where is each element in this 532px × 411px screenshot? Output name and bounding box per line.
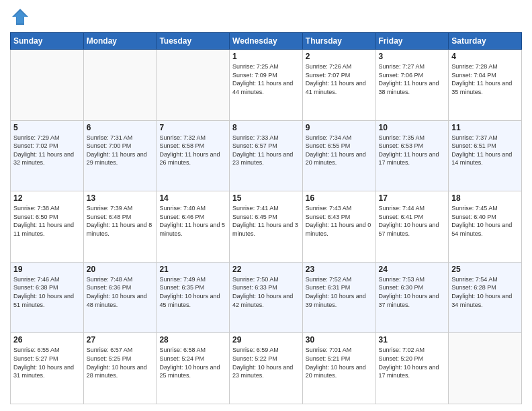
calendar-week-row: 5Sunrise: 7:29 AMSunset: 7:02 PMDaylight… xyxy=(11,120,522,191)
day-info: Sunrise: 6:57 AMSunset: 5:25 PMDaylight:… xyxy=(87,346,154,379)
calendar-cell: 18Sunrise: 7:45 AMSunset: 6:40 PMDayligh… xyxy=(449,191,522,263)
day-number: 22 xyxy=(232,265,300,274)
day-number: 1 xyxy=(232,52,300,61)
page: SundayMondayTuesdayWednesdayThursdayFrid… xyxy=(0,0,532,411)
day-number: 9 xyxy=(306,123,373,132)
calendar-cell: 29Sunrise: 6:59 AMSunset: 5:22 PMDayligh… xyxy=(230,333,303,404)
day-info: Sunrise: 7:35 AMSunset: 6:53 PMDaylight:… xyxy=(379,134,446,167)
logo xyxy=(10,7,33,27)
day-number: 8 xyxy=(232,123,300,132)
day-info: Sunrise: 7:49 AMSunset: 6:35 PMDaylight:… xyxy=(159,275,226,309)
day-number: 5 xyxy=(13,123,81,132)
day-info: Sunrise: 7:45 AMSunset: 6:40 PMDaylight:… xyxy=(451,204,519,238)
day-info: Sunrise: 7:32 AMSunset: 6:58 PMDaylight:… xyxy=(159,134,226,167)
calendar-cell: 11Sunrise: 7:37 AMSunset: 6:51 PMDayligh… xyxy=(449,120,522,191)
day-info: Sunrise: 7:02 AMSunset: 5:20 PMDaylight:… xyxy=(379,346,446,379)
day-number: 30 xyxy=(306,335,373,345)
day-info: Sunrise: 7:52 AMSunset: 6:31 PMDaylight:… xyxy=(306,275,373,309)
day-info: Sunrise: 7:48 AMSunset: 6:36 PMDaylight:… xyxy=(87,275,154,309)
day-info: Sunrise: 7:41 AMSunset: 6:45 PMDaylight:… xyxy=(232,204,300,238)
calendar-cell: 28Sunrise: 6:58 AMSunset: 5:24 PMDayligh… xyxy=(157,333,230,404)
calendar-cell: 8Sunrise: 7:33 AMSunset: 6:57 PMDaylight… xyxy=(230,120,303,191)
weekday-header-row: SundayMondayTuesdayWednesdayThursdayFrid… xyxy=(11,33,522,50)
calendar-cell xyxy=(449,333,522,404)
day-number: 3 xyxy=(379,52,446,61)
day-number: 10 xyxy=(379,123,446,132)
day-number: 31 xyxy=(379,335,446,345)
day-info: Sunrise: 7:40 AMSunset: 6:46 PMDaylight:… xyxy=(159,204,226,238)
weekday-header-tuesday: Tuesday xyxy=(157,33,230,50)
day-number: 18 xyxy=(451,193,519,203)
day-number: 4 xyxy=(451,52,519,61)
calendar-cell: 26Sunrise: 6:55 AMSunset: 5:27 PMDayligh… xyxy=(11,333,84,404)
calendar-cell: 31Sunrise: 7:02 AMSunset: 5:20 PMDayligh… xyxy=(375,333,449,404)
day-info: Sunrise: 7:50 AMSunset: 6:33 PMDaylight:… xyxy=(232,275,300,309)
day-number: 20 xyxy=(87,265,154,274)
calendar-week-row: 26Sunrise: 6:55 AMSunset: 5:27 PMDayligh… xyxy=(11,333,522,404)
day-info: Sunrise: 7:27 AMSunset: 7:06 PMDaylight:… xyxy=(379,62,446,96)
weekday-header-friday: Friday xyxy=(375,33,449,50)
calendar-cell: 3Sunrise: 7:27 AMSunset: 7:06 PMDaylight… xyxy=(375,50,449,121)
calendar-cell: 15Sunrise: 7:41 AMSunset: 6:45 PMDayligh… xyxy=(230,191,303,263)
calendar-cell: 17Sunrise: 7:44 AMSunset: 6:41 PMDayligh… xyxy=(375,191,449,263)
day-number: 25 xyxy=(451,265,519,274)
calendar-cell: 2Sunrise: 7:26 AMSunset: 7:07 PMDaylight… xyxy=(302,50,375,121)
day-info: Sunrise: 7:53 AMSunset: 6:30 PMDaylight:… xyxy=(379,275,446,309)
calendar-week-row: 19Sunrise: 7:46 AMSunset: 6:38 PMDayligh… xyxy=(11,262,522,333)
calendar-cell: 25Sunrise: 7:54 AMSunset: 6:28 PMDayligh… xyxy=(449,262,522,333)
calendar-cell: 13Sunrise: 7:39 AMSunset: 6:48 PMDayligh… xyxy=(83,191,157,263)
day-info: Sunrise: 7:33 AMSunset: 6:57 PMDaylight:… xyxy=(232,134,300,167)
calendar-cell: 22Sunrise: 7:50 AMSunset: 6:33 PMDayligh… xyxy=(230,262,303,333)
calendar-cell: 27Sunrise: 6:57 AMSunset: 5:25 PMDayligh… xyxy=(83,333,157,404)
day-info: Sunrise: 6:59 AMSunset: 5:22 PMDaylight:… xyxy=(232,346,300,379)
day-info: Sunrise: 6:58 AMSunset: 5:24 PMDaylight:… xyxy=(159,346,226,379)
calendar-cell xyxy=(11,50,84,121)
calendar-cell xyxy=(83,50,157,121)
day-info: Sunrise: 7:01 AMSunset: 5:21 PMDaylight:… xyxy=(306,346,373,379)
calendar-cell: 1Sunrise: 7:25 AMSunset: 7:09 PMDaylight… xyxy=(230,50,303,121)
calendar-cell: 24Sunrise: 7:53 AMSunset: 6:30 PMDayligh… xyxy=(375,262,449,333)
day-info: Sunrise: 7:28 AMSunset: 7:04 PMDaylight:… xyxy=(451,62,519,96)
calendar-week-row: 12Sunrise: 7:38 AMSunset: 6:50 PMDayligh… xyxy=(11,191,522,263)
day-info: Sunrise: 7:37 AMSunset: 6:51 PMDaylight:… xyxy=(451,134,519,167)
calendar-cell: 21Sunrise: 7:49 AMSunset: 6:35 PMDayligh… xyxy=(157,262,230,333)
day-number: 23 xyxy=(306,265,373,274)
header xyxy=(10,7,522,27)
day-number: 2 xyxy=(306,52,373,61)
weekday-header-sunday: Sunday xyxy=(11,33,84,50)
calendar-cell: 5Sunrise: 7:29 AMSunset: 7:02 PMDaylight… xyxy=(11,120,84,191)
day-number: 14 xyxy=(159,193,226,203)
day-number: 19 xyxy=(13,265,81,274)
day-info: Sunrise: 7:38 AMSunset: 6:50 PMDaylight:… xyxy=(13,204,81,238)
calendar-cell: 30Sunrise: 7:01 AMSunset: 5:21 PMDayligh… xyxy=(302,333,375,404)
day-number: 17 xyxy=(379,193,446,203)
day-number: 24 xyxy=(379,265,446,274)
day-info: Sunrise: 7:26 AMSunset: 7:07 PMDaylight:… xyxy=(306,62,373,96)
calendar-cell: 23Sunrise: 7:52 AMSunset: 6:31 PMDayligh… xyxy=(302,262,375,333)
calendar-cell: 19Sunrise: 7:46 AMSunset: 6:38 PMDayligh… xyxy=(11,262,84,333)
day-number: 15 xyxy=(232,193,300,203)
calendar-cell: 6Sunrise: 7:31 AMSunset: 7:00 PMDaylight… xyxy=(83,120,157,191)
calendar-cell: 10Sunrise: 7:35 AMSunset: 6:53 PMDayligh… xyxy=(375,120,449,191)
day-info: Sunrise: 7:46 AMSunset: 6:38 PMDaylight:… xyxy=(13,275,81,309)
day-number: 16 xyxy=(306,193,373,203)
day-number: 11 xyxy=(451,123,519,132)
calendar-cell: 7Sunrise: 7:32 AMSunset: 6:58 PMDaylight… xyxy=(157,120,230,191)
calendar-cell: 4Sunrise: 7:28 AMSunset: 7:04 PMDaylight… xyxy=(449,50,522,121)
weekday-header-thursday: Thursday xyxy=(302,33,375,50)
day-info: Sunrise: 7:43 AMSunset: 6:43 PMDaylight:… xyxy=(306,204,373,238)
day-info: Sunrise: 7:39 AMSunset: 6:48 PMDaylight:… xyxy=(87,204,154,238)
calendar-week-row: 1Sunrise: 7:25 AMSunset: 7:09 PMDaylight… xyxy=(11,50,522,121)
day-number: 13 xyxy=(87,193,154,203)
day-info: Sunrise: 7:34 AMSunset: 6:55 PMDaylight:… xyxy=(306,134,373,167)
day-number: 12 xyxy=(13,193,81,203)
calendar-cell: 14Sunrise: 7:40 AMSunset: 6:46 PMDayligh… xyxy=(157,191,230,263)
calendar-cell: 16Sunrise: 7:43 AMSunset: 6:43 PMDayligh… xyxy=(302,191,375,263)
day-info: Sunrise: 7:25 AMSunset: 7:09 PMDaylight:… xyxy=(232,62,300,96)
day-number: 27 xyxy=(87,335,154,345)
calendar-cell: 20Sunrise: 7:48 AMSunset: 6:36 PMDayligh… xyxy=(83,262,157,333)
calendar-table: SundayMondayTuesdayWednesdayThursdayFrid… xyxy=(10,32,522,404)
day-info: Sunrise: 7:29 AMSunset: 7:02 PMDaylight:… xyxy=(13,134,81,167)
day-info: Sunrise: 7:54 AMSunset: 6:28 PMDaylight:… xyxy=(451,275,519,309)
weekday-header-saturday: Saturday xyxy=(449,33,522,50)
